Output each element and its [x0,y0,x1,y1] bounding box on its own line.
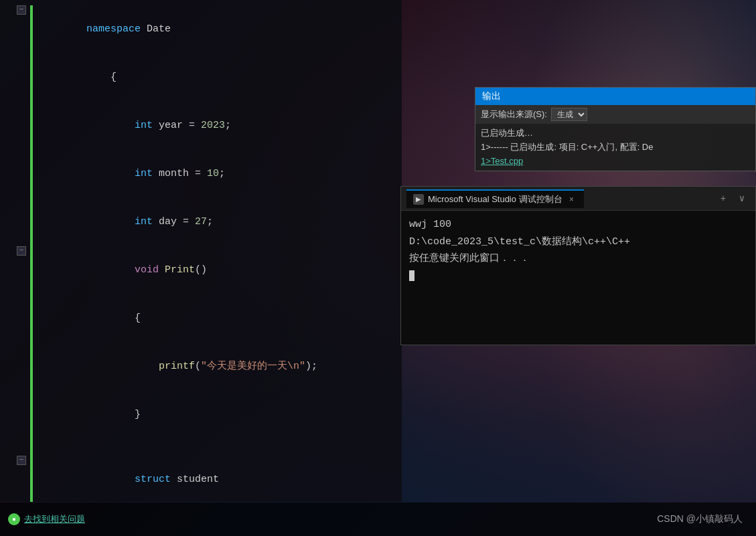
terminal-chevron-button[interactable]: ∨ [734,191,750,207]
code-line-8: printf("今天是美好的一天\n"); [0,343,402,391]
terminal-line-3: 按任意键关闭此窗口．．． [409,250,747,268]
code-line-3: int year = 2023; [0,102,402,150]
terminal-tab[interactable]: ▶ Microsoft Visual Studio 调试控制台 × [406,189,584,208]
code-line-9: } [0,391,402,439]
output-panel: 输出 显示输出来源(S): 生成 已启动生成… 1>------ 已启动生成: … [475,87,756,171]
green-bar-8 [30,343,33,391]
code-line-10 [0,439,402,456]
fold-btn-6[interactable]: − [17,246,26,256]
terminal-tabbar: ▶ Microsoft Visual Studio 调试控制台 × + ∨ [401,187,755,211]
output-panel-header: 输出 [475,88,755,105]
output-body: 已启动生成… 1>------ 已启动生成: 项目: C++入门, 配置: De… [475,124,755,171]
output-line-2: 1>------ 已启动生成: 项目: C++入门, 配置: De [481,141,750,155]
code-line-5: int day = 27; [0,198,402,246]
gutter-11: − [0,456,30,465]
green-bar-7 [30,294,33,343]
output-line-1: 已启动生成… [481,126,750,141]
output-source-select[interactable]: 生成 [551,108,587,121]
code-text-2: { [35,54,396,102]
green-bar-10 [30,439,33,456]
bottom-bar: ● 去找到相关问题 CSDN @小镇敲码人 [0,503,756,536]
code-text-4: int month = 10; [35,150,396,198]
terminal-panel: ▶ Microsoft Visual Studio 调试控制台 × + ∨ ww… [400,186,756,345]
green-bar-6 [30,246,33,294]
bottom-link-text[interactable]: 去找到相关问题 [24,513,85,525]
code-line-2: { [0,54,402,102]
terminal-tab-actions: + ∨ [715,191,750,207]
output-title: 输出 [482,90,501,102]
output-source-label: 显示输出来源(S): [481,108,547,120]
link-icon: ● [8,513,20,525]
code-text-9: } [35,391,396,439]
code-text-7: { [35,294,396,343]
green-bar-1 [30,5,33,54]
terminal-close-button[interactable]: × [566,194,577,205]
terminal-body: wwj 100 D:\code_2023_5\test_c\数据结构\c++\C… [401,211,755,345]
gutter-1: − [0,5,30,15]
green-bar-3 [30,102,33,150]
bottom-link[interactable]: ● 去找到相关问题 [0,509,201,529]
terminal-icon: ▶ [413,194,424,205]
code-line-7: { [0,294,402,343]
fold-btn-11[interactable]: − [17,456,26,465]
code-text-8: printf("今天是美好的一天\n"); [35,343,396,391]
code-line-4: int month = 10; [0,150,402,198]
code-text-10 [35,439,396,455]
code-content: − namespace Date { int year = 2023; [0,0,402,502]
gutter-6: − [0,246,30,256]
code-line-6: − void Print() [0,246,402,294]
code-editor-panel: − namespace Date { int year = 2023; [0,0,402,502]
terminal-add-button[interactable]: + [715,191,731,207]
terminal-cursor-line [409,268,747,285]
code-text-5: int day = 27; [35,198,396,246]
terminal-cursor [409,270,414,281]
terminal-line-2: D:\code_2023_5\test_c\数据结构\c++\C++ [409,234,747,251]
terminal-tab-label: Microsoft Visual Studio 调试控制台 [428,193,562,205]
terminal-line-1: wwj 100 [409,216,747,234]
watermark: CSDN @小镇敲码人 [657,513,743,525]
green-bar-4 [30,150,33,198]
code-line-11: − struct student [0,456,402,502]
green-bar-9 [30,391,33,439]
code-text-11: struct student [35,456,396,502]
green-bar-2 [30,54,33,102]
code-text-3: int year = 2023; [35,102,396,150]
output-line-3[interactable]: 1>Test.cpp [481,155,750,169]
output-toolbar: 显示输出来源(S): 生成 [475,105,755,124]
green-bar-5 [30,198,33,246]
fold-btn-1[interactable]: − [17,5,26,15]
code-line-1: − namespace Date [0,5,402,54]
code-text-1: namespace Date [35,5,396,54]
code-text-6: void Print() [35,246,396,294]
green-bar-11 [30,456,33,502]
